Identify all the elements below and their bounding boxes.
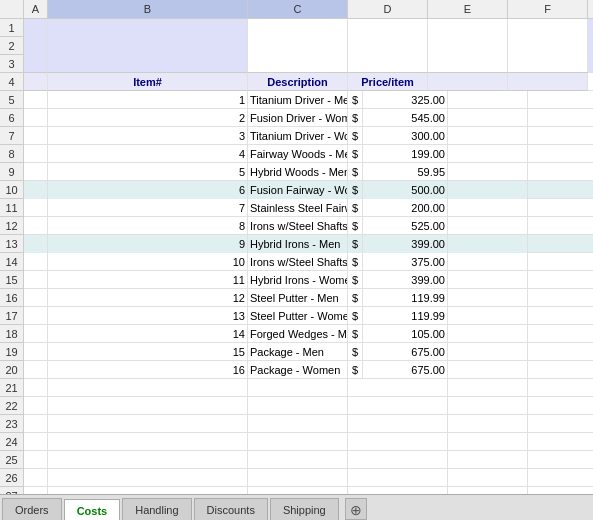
cell-7c: Titanium Driver - Women [248,127,348,145]
cell-7f [448,127,528,145]
row-header-19: 19 [0,343,24,361]
cell-6e: 545.00 [363,109,448,127]
cell-8f [448,145,528,163]
table-row: 12 Steel Putter - Men $ 119.99 [24,289,593,307]
col-header-d[interactable]: D [348,0,428,18]
table-row: 11 Hybrid Irons - Women $ 399.00 [24,271,593,289]
table-row: 3 Titanium Driver - Women $ 300.00 [24,127,593,145]
row-header-24: 24 [0,433,24,451]
cell-12b: 8 [48,217,248,235]
cell-16d: $ [348,289,363,307]
row-header-16: 16 [0,289,24,307]
cell-17b: 13 [48,307,248,325]
cell-9d: $ [348,163,363,181]
table-row: 16 Package - Women $ 675.00 [24,361,593,379]
row-header-7: 7 [0,127,24,145]
row-header-25: 25 [0,451,24,469]
cell-16a [24,289,48,307]
row-header-2: 2 [0,37,24,55]
col-header-e[interactable]: E [428,0,508,18]
cell-13a [24,235,48,253]
tab-costs[interactable]: Costs [64,499,121,520]
cell-17d: $ [348,307,363,325]
empty-row [24,451,593,469]
cell-5a [24,91,48,109]
tab-discounts[interactable]: Discounts [194,498,268,520]
cell-15e: 399.00 [363,271,448,289]
cell-20f [448,361,528,379]
cell-13c: Hybrid Irons - Men [248,235,348,253]
cell-8e: 199.00 [363,145,448,163]
cell-16c: Steel Putter - Men [248,289,348,307]
table-row: 2 Fusion Driver - Women $ 545.00 [24,109,593,127]
tab-orders[interactable]: Orders [2,498,62,520]
cell-11c: Stainless Steel Fairway - Women [248,199,348,217]
cell-17f [448,307,528,325]
cell-1e [428,19,508,73]
cell-10b: 6 [48,181,248,199]
cell-5f [448,91,528,109]
corner-cell [0,0,24,18]
grid-content: Item# Description Price/item 1 Titanium … [24,19,593,494]
cell-7a [24,127,48,145]
cell-1f [508,19,588,73]
table-header-row: Item# Description Price/item [24,73,593,91]
add-sheet-button[interactable]: ⊕ [345,498,367,520]
cell-15c: Hybrid Irons - Women [248,271,348,289]
cell-6b: 2 [48,109,248,127]
cell-14f [448,253,528,271]
cell-9c: Hybrid Woods - Men [248,163,348,181]
cell-15f [448,271,528,289]
cell-18b: 14 [48,325,248,343]
cell-13f [448,235,528,253]
cell-4c: Description [248,73,348,91]
row-header-18: 18 [0,325,24,343]
table-row: 15 Package - Men $ 675.00 [24,343,593,361]
tab-handling[interactable]: Handling [122,498,191,520]
col-header-c[interactable]: C [248,0,348,18]
cell-11b: 7 [48,199,248,217]
row-header-1: 1 [0,19,24,37]
cell-9f [448,163,528,181]
table-row: 6 Fusion Fairway - Women $ 500.00 [24,181,593,199]
row-header-27: 27 [0,487,24,494]
cell-8a [24,145,48,163]
cell-8b: 4 [48,145,248,163]
table-row: 1 Titanium Driver - Men $ 325.00 [24,91,593,109]
cell-1b [48,19,248,73]
row-header-23: 23 [0,415,24,433]
grid-body: 1 2 3 4 5 6 7 8 9 10 11 12 13 14 15 16 1… [0,19,593,494]
row-header-26: 26 [0,469,24,487]
table-row: 4 Fairway Woods - Men $ 199.00 [24,145,593,163]
cell-11a [24,199,48,217]
table-row: 13 Steel Putter - Women $ 119.99 [24,307,593,325]
col-header-a[interactable]: A [24,0,48,18]
cell-4d: Price/item [348,73,428,91]
row-header-10: 10 [0,181,24,199]
cell-4e [428,73,508,91]
cell-19b: 15 [48,343,248,361]
cell-14a [24,253,48,271]
cell-7d: $ [348,127,363,145]
table-row: 7 Stainless Steel Fairway - Women $ 200.… [24,199,593,217]
cell-20d: $ [348,361,363,379]
row-header-15: 15 [0,271,24,289]
cell-10d: $ [348,181,363,199]
cell-20c: Package - Women [248,361,348,379]
row-header-5: 5 [0,91,24,109]
table-row: 10 Irons w/Steel Shafts - Women $ 375.00 [24,253,593,271]
tab-shipping[interactable]: Shipping [270,498,339,520]
cell-15a [24,271,48,289]
cell-20a [24,361,48,379]
row-header-12: 12 [0,217,24,235]
column-headers: A B C D E F [0,0,593,19]
col-header-f[interactable]: F [508,0,588,18]
empty-row [24,397,593,415]
cell-12a [24,217,48,235]
cell-18f [448,325,528,343]
row-header-22: 22 [0,397,24,415]
cell-10e: 500.00 [363,181,448,199]
cell-4f [508,73,588,91]
col-header-b[interactable]: B [48,0,248,18]
cell-12d: $ [348,217,363,235]
